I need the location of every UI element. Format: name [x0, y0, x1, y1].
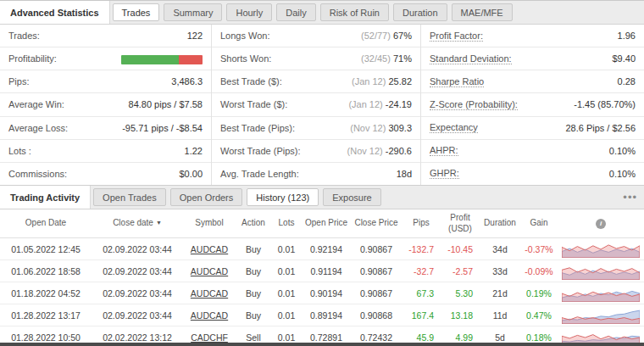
symbol-link[interactable]: AUDCAD — [191, 310, 228, 321]
history-row: 01.18.2022 04:5202.09.2022 03:44AUDCADBu… — [0, 282, 644, 304]
stat-label: Sharpe Ratio — [430, 76, 484, 87]
stat-row: Worst Trade (Pips):(Nov 12) -290.6 — [212, 140, 420, 163]
cell-close-date: 02.09.2022 03:44 — [92, 260, 183, 282]
activity-tab-exposure[interactable]: Exposure — [323, 188, 380, 206]
stat-number: 122 — [187, 31, 203, 41]
stat-label: Expectancy — [430, 122, 478, 133]
col-header-action[interactable]: Action — [236, 209, 271, 238]
profitability-bar-red — [179, 55, 203, 64]
stat-number: -24.19 — [386, 99, 412, 109]
col-header-open_price[interactable]: Open Price — [302, 209, 351, 238]
cell-close-date: 02.02.2022 13:12 — [92, 326, 183, 343]
col-header-duration[interactable]: Duration — [480, 209, 520, 238]
history-row: 01.05.2022 12:4502.09.2022 03:44AUDCADBu… — [0, 238, 644, 260]
stat-row: Profit Factor:1.96 — [421, 25, 644, 47]
stat-row: AHPR:0.10% — [421, 140, 644, 163]
stat-value: (Nov 12) -290.6 — [347, 146, 412, 156]
activity-tab-open-trades[interactable]: Open Trades — [93, 188, 166, 206]
stat-value: -95.71 pips / -$8.54 — [122, 123, 203, 133]
stat-value: (Jan 12) 25.82 — [352, 76, 412, 86]
activity-tabbar: Trading Activity Open TradesOpen OrdersH… — [0, 186, 644, 209]
cell-close-date: 02.09.2022 03:44 — [92, 282, 183, 304]
col-header-label: Close Price — [354, 218, 397, 227]
activity-tab-history-123-[interactable]: History (123) — [247, 188, 319, 206]
stat-number: 67% — [393, 31, 412, 41]
stats-tab-trades[interactable]: Trades — [113, 3, 160, 21]
activity-tab-open-orders[interactable]: Open Orders — [170, 188, 243, 206]
stats-tab-daily[interactable]: Daily — [276, 3, 315, 21]
cell-pips: -32.7 — [402, 260, 441, 282]
stats-tab-hourly[interactable]: Hourly — [226, 3, 272, 21]
stat-row: Best Trade (Pips):(Nov 12) 309.3 — [212, 117, 420, 140]
stat-number: 84.80 pips / $7.58 — [129, 99, 203, 109]
stats-tab-mae-mfe[interactable]: MAE/MFE — [452, 3, 513, 21]
col-header-close_date[interactable]: Close date▼ — [92, 209, 183, 238]
profitability-bar — [121, 55, 203, 64]
stat-value: 18d — [397, 169, 412, 179]
col-header-gain[interactable]: Gain — [520, 209, 558, 238]
symbol-link[interactable]: AUDCAD — [191, 266, 228, 276]
history-row: 01.28.2022 10:5002.02.2022 13:12CADCHFSe… — [0, 326, 644, 343]
stat-number: 309.3 — [388, 123, 412, 133]
stat-value: $0.00 — [179, 169, 203, 179]
sort-desc-icon: ▼ — [156, 220, 162, 226]
cell-gain: -0.37% — [520, 238, 558, 260]
cell-pips: -132.7 — [402, 238, 441, 260]
col-header-close_price[interactable]: Close Price — [351, 209, 402, 238]
col-header-lots[interactable]: Lots — [271, 209, 302, 238]
history-row: 01.06.2022 18:5802.09.2022 03:44AUDCADBu… — [0, 260, 644, 282]
symbol-link[interactable]: AUDCAD — [191, 244, 228, 254]
stat-value: -1.45 (85.70%) — [574, 99, 636, 109]
cell-duration: 11d — [480, 304, 520, 326]
stat-row: Shorts Won:(32/45) 71% — [212, 47, 420, 70]
col-header-symbol[interactable]: Symbol — [183, 209, 236, 238]
stat-muted: (32/45) — [361, 53, 393, 64]
stat-row: Longs Won:(52/77) 67% — [212, 25, 420, 47]
stat-row: Commissions:$0.00 — [0, 163, 211, 185]
col-header-pips[interactable]: Pips — [402, 209, 441, 238]
cell-gain: -0.09% — [520, 260, 558, 282]
info-icon[interactable]: i — [596, 219, 606, 229]
cell-open-price: 0.90194 — [302, 282, 351, 304]
stat-value: (32/45) 71% — [361, 53, 412, 64]
stats-col-3: Profit Factor:1.96Standard Deviation:$9.… — [421, 25, 644, 185]
stat-row: GHPR:0.10% — [421, 163, 644, 185]
symbol-link[interactable]: CADCHF — [191, 332, 228, 343]
stat-number: -290.6 — [386, 146, 412, 156]
col-header-profit[interactable]: Profit(USD) — [441, 209, 480, 238]
cell-pips: 45.9 — [402, 326, 441, 343]
col-header-open_date[interactable]: Open Date — [0, 209, 92, 238]
stat-value: $9.40 — [612, 53, 636, 64]
trade-sparkline-chart — [562, 329, 640, 343]
cell-close-price: 0.72432 — [351, 326, 402, 343]
stats-tab-duration[interactable]: Duration — [393, 3, 447, 21]
stat-number: 0.28 — [618, 76, 636, 86]
stat-number: 3,486.3 — [171, 76, 203, 86]
history-table-body: 01.05.2022 12:4502.09.2022 03:44AUDCADBu… — [0, 238, 644, 343]
cell-open-price: 0.91194 — [302, 260, 351, 282]
cell-close-price: 0.90867 — [351, 238, 402, 260]
stat-row: Standard Deviation:$9.40 — [421, 47, 644, 70]
stat-label: Worst Trade ($): — [220, 99, 287, 109]
stat-row: Average Loss:-95.71 pips / -$8.54 — [0, 117, 211, 140]
cell-duration: 21d — [480, 282, 520, 304]
cell-lots: 0.01 — [271, 260, 302, 282]
cell-open-date: 01.28.2022 10:50 — [0, 326, 92, 343]
history-table-wrap: Open DateClose date▼SymbolActionLotsOpen… — [0, 209, 644, 343]
col-header-label: Action — [242, 218, 265, 227]
history-row: 01.28.2022 13:1702.09.2022 03:44AUDCADBu… — [0, 304, 644, 326]
activity-menu-button[interactable]: ••• — [623, 186, 637, 209]
cell-open-price: 0.72891 — [302, 326, 351, 343]
col-header-label: Close date — [113, 218, 153, 227]
stat-label: Pips: — [8, 76, 29, 86]
cell-close-price: 0.90867 — [351, 282, 402, 304]
cell-lots: 0.01 — [271, 304, 302, 326]
stats-grid: Trades:122Profitability:Pips:3,486.3Aver… — [0, 25, 644, 186]
symbol-link[interactable]: AUDCAD — [191, 288, 228, 299]
stats-tab-risk-of-ruin[interactable]: Risk of Ruin — [320, 3, 389, 21]
col-header-label: Duration — [484, 218, 516, 227]
cell-symbol: AUDCAD — [183, 304, 236, 326]
stats-tab-summary[interactable]: Summary — [164, 3, 222, 21]
stat-value — [121, 53, 203, 64]
cell-open-price: 0.92194 — [302, 238, 351, 260]
